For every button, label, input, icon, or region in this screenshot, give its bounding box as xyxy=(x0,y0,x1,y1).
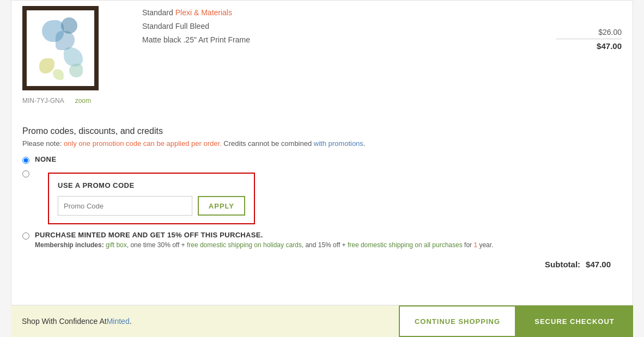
membership-shipping1: free domestic shipping on holiday cards xyxy=(187,241,302,249)
promo-note-middle: Credits cannot be combined xyxy=(222,139,314,148)
promo-section: Promo codes, discounts, and credits Plea… xyxy=(22,121,622,269)
confidence-text-prefix: Shop With Confidence At xyxy=(22,317,107,326)
promo-input-row: APPLY xyxy=(58,196,245,216)
radio-promo[interactable] xyxy=(22,170,29,177)
membership-desc-prefix: Membership includes: xyxy=(35,241,104,249)
apply-promo-button[interactable]: APPLY xyxy=(198,196,245,216)
promo-title: Promo codes, discounts, and credits xyxy=(22,126,622,136)
watercolor-shape-6 xyxy=(69,64,83,77)
product-image-frame xyxy=(22,6,99,90)
radio-none[interactable] xyxy=(22,157,29,164)
product-image-col: MIN-7YJ-GNA zoom xyxy=(22,6,131,105)
confidence-minted-link[interactable]: Minted xyxy=(107,317,130,326)
subtotal-row: Subtotal: $47.00 xyxy=(22,260,622,269)
promo-box: USE A PROMO CODE APPLY xyxy=(48,173,255,224)
watercolor-shape-3 xyxy=(61,17,77,34)
product-option-3: Matte black .25" Art Print Frame xyxy=(142,33,556,47)
promo-note-orange: only one promotion code can be applied p… xyxy=(64,139,222,148)
promo-note-blue: with promotions xyxy=(314,139,363,148)
membership-gift: gift box xyxy=(106,241,127,249)
membership-desc: Membership includes: gift box, one time … xyxy=(35,241,493,249)
membership-suffix: year. xyxy=(477,241,493,249)
product-option-2: Standard Full Bleed xyxy=(142,20,556,33)
price-total: $47.00 xyxy=(556,41,622,51)
product-meta: MIN-7YJ-GNA zoom xyxy=(22,97,131,105)
promo-note-prefix: Please note: xyxy=(22,139,64,148)
promo-note: Please note: only one promotion code can… xyxy=(22,139,622,148)
radio-none-label: NONE xyxy=(35,155,57,163)
subtotal-label: Subtotal: xyxy=(545,260,580,269)
footer-bar: Shop With Confidence At Minted. CONTINUE… xyxy=(11,305,633,337)
promo-note-suffix: . xyxy=(363,139,366,148)
price-original: $26.00 xyxy=(556,28,622,39)
promo-radio-row: USE A PROMO CODE APPLY xyxy=(22,170,622,224)
confidence-text-suffix: . xyxy=(130,317,132,326)
membership-text1: , one time 30% off + xyxy=(127,241,187,249)
continue-shopping-button[interactable]: CONTINUE SHOPPING xyxy=(399,305,516,337)
product-section: MIN-7YJ-GNA zoom Standard Plexi & Materi… xyxy=(22,1,622,105)
membership-text3: for xyxy=(463,241,474,249)
watercolor-shape-4 xyxy=(39,58,54,73)
radio-membership[interactable] xyxy=(22,232,29,240)
promo-radio-group: NONE USE A PROMO CODE APPLY xyxy=(22,155,622,249)
secure-checkout-button[interactable]: SECURE CHECKOUT xyxy=(516,305,633,337)
watercolor-shape-7 xyxy=(53,69,64,80)
promo-option-none: NONE xyxy=(22,155,622,164)
product-details: Standard Plexi & Materials Standard Full… xyxy=(131,6,556,105)
membership-text2: , and 15% off + xyxy=(302,241,348,249)
promo-box-header: USE A PROMO CODE xyxy=(58,181,245,189)
zoom-link[interactable]: zoom xyxy=(75,97,91,105)
membership-option: PURCHASE MINTED MORE AND GET 15% OFF THI… xyxy=(35,231,493,249)
price-col: $26.00 $47.00 xyxy=(556,6,622,105)
promo-code-input[interactable] xyxy=(58,196,192,216)
membership-shipping2: free domestic shipping on all purchases xyxy=(348,241,463,249)
promo-box-container: USE A PROMO CODE APPLY xyxy=(22,170,622,224)
membership-label: PURCHASE MINTED MORE AND GET 15% OFF THI… xyxy=(35,231,493,239)
cart-container: MIN-7YJ-GNA zoom Standard Plexi & Materi… xyxy=(11,0,633,305)
promo-option-membership: PURCHASE MINTED MORE AND GET 15% OFF THI… xyxy=(22,231,622,249)
product-option-1: Standard Plexi & Materials xyxy=(142,6,556,20)
product-sku: MIN-7YJ-GNA xyxy=(22,97,64,105)
product-image xyxy=(31,15,96,88)
confidence-banner: Shop With Confidence At Minted. xyxy=(11,305,399,337)
subtotal-value: $47.00 xyxy=(586,260,611,269)
